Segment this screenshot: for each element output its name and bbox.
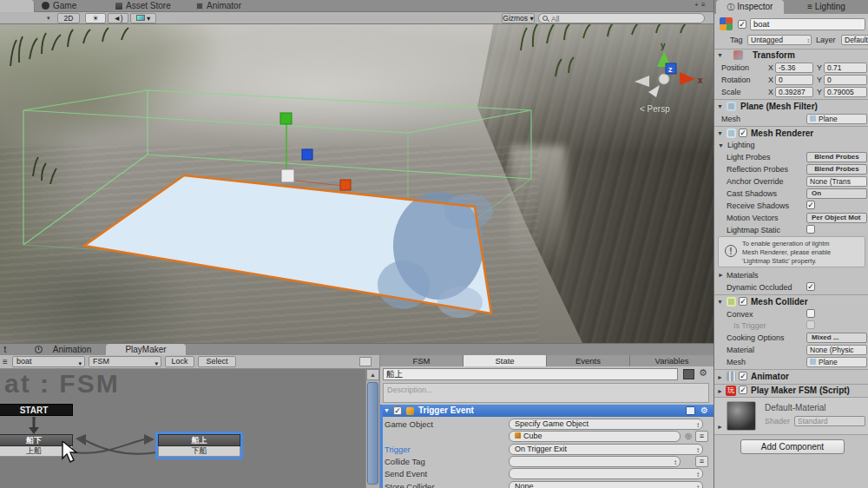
tab-inspector[interactable]: ⓘ Inspector xyxy=(716,0,784,14)
2d-toggle-button[interactable]: 2D xyxy=(57,13,80,23)
scene-lighting-button[interactable]: ☀ xyxy=(85,13,106,23)
persp-label[interactable]: < Persp xyxy=(640,104,670,114)
gizmo-center-cube[interactable] xyxy=(281,169,294,182)
add-component-button[interactable]: Add Component xyxy=(740,439,845,454)
tab-animation[interactable]: Animation xyxy=(45,344,99,356)
tag-dropdown[interactable]: Untagged↕ xyxy=(747,35,812,45)
game-object-value-field[interactable]: Cube xyxy=(509,431,681,442)
object-picker-target-icon[interactable]: ◎ xyxy=(685,432,692,440)
trigger-dropdown[interactable]: On Trigger Exit↕ xyxy=(509,444,703,455)
action-enabled-checkbox[interactable]: ✓ xyxy=(393,406,402,415)
send-event-dropdown[interactable]: ↕ xyxy=(509,468,703,479)
tab-animator[interactable]: Animator xyxy=(207,1,241,10)
scale-x-field[interactable]: 0.39287 xyxy=(775,87,813,97)
mesh-filter-header[interactable]: Plane (Mesh Filter) xyxy=(740,102,818,111)
state-node-right-selected[interactable]: 船上 下船 xyxy=(158,434,240,457)
variable-toggle-button[interactable]: ≡ xyxy=(695,456,708,467)
state-transition[interactable]: 下船 xyxy=(158,446,240,457)
state-settings-gear-icon[interactable]: ⚙ xyxy=(699,367,707,379)
cooking-options-dropdown[interactable]: Mixed ... xyxy=(806,333,867,343)
tab-fsm[interactable]: FSM xyxy=(380,355,464,366)
dynamic-occluded-checkbox[interactable]: ✓ xyxy=(806,282,815,291)
gizmos-dropdown[interactable]: Gizmos ▾ xyxy=(502,13,535,23)
transform-header[interactable]: Transform xyxy=(753,50,795,60)
materials-label[interactable]: Materials xyxy=(727,271,759,280)
action-fold-icon[interactable]: ▼ xyxy=(384,407,390,413)
scene-search-input[interactable]: All xyxy=(538,13,705,23)
rotation-x-field[interactable]: 0 xyxy=(775,75,813,85)
tab-state[interactable]: State xyxy=(464,355,547,366)
state-description-field[interactable]: Description... xyxy=(383,383,709,403)
state-node-title[interactable]: 船上 xyxy=(158,434,240,446)
animator-header[interactable]: Animator xyxy=(751,372,789,381)
shader-dropdown[interactable]: Standard xyxy=(794,416,865,426)
lightmap-static-checkbox[interactable] xyxy=(806,225,815,234)
position-x-field[interactable]: -5.36 xyxy=(775,63,813,73)
action-header[interactable]: ▼ ✓ Trigger Event ⚙ xyxy=(380,405,713,417)
scene-view[interactable]: y z x < Persp xyxy=(0,24,713,343)
collider-mesh-field[interactable]: Plane xyxy=(806,357,867,367)
graph-dock-icon[interactable] xyxy=(359,357,372,366)
active-checkbox[interactable]: ✓ xyxy=(738,20,746,29)
select-button[interactable]: Select xyxy=(198,356,236,367)
graph-scrollbar[interactable]: ▲ xyxy=(365,369,379,488)
rotation-y-field[interactable]: 0 xyxy=(824,75,867,85)
state-color-swatch[interactable] xyxy=(683,369,694,379)
panel-menu-icon[interactable]: ≡ xyxy=(701,1,706,9)
reflection-probes-dropdown[interactable]: Blend Probes xyxy=(806,164,867,175)
anchor-override-field[interactable]: None (Trans xyxy=(806,176,867,187)
render-mode-dropdown-icon[interactable]: ▾ xyxy=(47,15,50,22)
light-probes-dropdown[interactable]: Blend Probes xyxy=(806,152,867,162)
mesh-renderer-checkbox[interactable]: ✓ xyxy=(739,129,747,137)
convex-checkbox[interactable] xyxy=(806,309,815,318)
tab-asset-store[interactable]: Asset Store xyxy=(126,1,171,10)
receive-shadows-checkbox[interactable]: ✓ xyxy=(806,201,815,209)
tab-scene-partial[interactable] xyxy=(0,0,35,12)
fsm-dropdown[interactable]: FSM▾ xyxy=(89,356,161,367)
lock-button[interactable]: Lock xyxy=(165,356,194,367)
mesh-collider-checkbox[interactable]: ✓ xyxy=(739,297,747,306)
scene-audio-button[interactable]: ◄) xyxy=(108,13,128,23)
transform-gizmo[interactable] xyxy=(280,113,351,190)
tab-variables[interactable]: Variables xyxy=(630,355,713,366)
meshcollider-fold-icon[interactable]: ▼ xyxy=(717,299,723,305)
cast-shadows-dropdown[interactable]: On xyxy=(806,188,867,199)
layer-dropdown[interactable]: Default xyxy=(841,35,868,45)
state-name-field[interactable]: 船上 xyxy=(383,368,678,380)
mesh-collider-header[interactable]: Mesh Collider xyxy=(751,297,808,307)
position-y-field[interactable]: 0.71 xyxy=(824,63,867,73)
collide-tag-dropdown[interactable]: ↕ xyxy=(509,456,681,467)
graph-menu-icon[interactable]: ≡ xyxy=(3,357,8,366)
mesh-field[interactable]: Plane xyxy=(806,114,867,124)
game-object-dropdown[interactable]: Specify Game Object↕ xyxy=(509,419,703,430)
animator-checkbox[interactable]: ✓ xyxy=(739,372,747,380)
tab-events[interactable]: Events xyxy=(547,355,630,366)
playmaker-checkbox[interactable]: ✓ xyxy=(739,386,747,394)
gizmo-z-cube[interactable] xyxy=(302,149,312,160)
collider-material-field[interactable]: None (Physic xyxy=(806,345,867,355)
action-settings-gear-icon[interactable]: ⚙ xyxy=(700,406,708,415)
fsm-object-dropdown[interactable]: boat▾ xyxy=(12,356,85,367)
panel-add-icon[interactable]: + xyxy=(694,1,699,9)
orientation-gizmo[interactable]: y z x xyxy=(635,41,703,97)
orientation-x-cone[interactable] xyxy=(680,72,695,85)
scene-effects-button[interactable]: ▾ xyxy=(130,13,156,23)
tab-game[interactable]: Game xyxy=(53,1,76,10)
boat-plane[interactable] xyxy=(84,175,493,318)
meshrenderer-fold-icon[interactable]: ▼ xyxy=(717,130,723,136)
fsm-graph-canvas[interactable]: at : FSM START 船下 上船 船上 下船 xyxy=(0,369,365,488)
scroll-thumb[interactable] xyxy=(367,382,378,485)
lighting-fold-icon[interactable]: ▼ xyxy=(718,142,724,148)
tab-lighting[interactable]: ≡ Lighting xyxy=(787,0,865,14)
gizmo-y-cube[interactable] xyxy=(280,113,292,124)
animator-fold-icon[interactable]: ► xyxy=(717,374,723,380)
motion-vectors-dropdown[interactable]: Per Object Mot xyxy=(806,213,867,223)
action-docs-icon[interactable] xyxy=(686,406,695,415)
materials-fold-icon[interactable]: ► xyxy=(718,272,724,278)
store-collider-dropdown[interactable]: None↕ xyxy=(509,481,703,488)
gizmo-x-cube[interactable] xyxy=(340,180,351,190)
scale-y-field[interactable]: 0.79005 xyxy=(824,87,867,97)
material-fold-icon[interactable]: ► xyxy=(717,424,723,430)
playmaker-header[interactable]: Play Maker FSM (Script) xyxy=(751,386,850,395)
transform-fold-icon[interactable]: ▼ xyxy=(717,52,723,58)
